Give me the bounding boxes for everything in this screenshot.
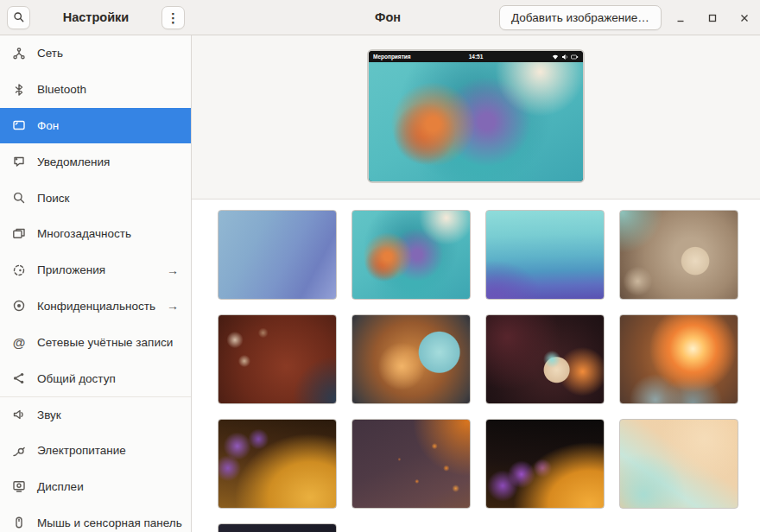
close-button[interactable] [734,8,755,28]
headerbar: Настройки ⋮ Фон Добавить изображение… [0,0,760,35]
search-icon [12,191,26,205]
submenu-arrow-icon: → [167,263,179,277]
sidebar-item-label: Bluetooth [37,83,86,96]
sidebar-item-power[interactable]: Электропитание [0,433,191,469]
sidebar-item-label: Уведомления [37,155,110,168]
wallpaper-thumbnail-teal-orange-swirl[interactable] [352,210,471,300]
wallpaper-thumbnail-purple-spheres-gold-disc[interactable] [218,419,337,509]
wallpaper-thumbnail-purple-spheres-gold-swirl[interactable] [485,419,605,509]
wifi-icon [552,54,559,60]
sidebar-item-label: Поиск [37,192,69,205]
battery-icon [571,54,579,60]
close-icon [738,12,750,24]
page-title: Фон [375,10,401,24]
sidebar-item-sharing[interactable]: Общий доступ [0,360,191,396]
sidebar-item-label: Фон [37,119,59,132]
menu-icon: ⋮ [167,11,180,24]
displays-icon [12,479,26,493]
wallpaper-preview-section: Мероприятия 14:51 [192,35,760,200]
menu-button[interactable]: ⋮ [162,6,185,29]
wallpaper-thumbnail-dark-tunnel-cream-sphere[interactable] [485,314,605,404]
sound-icon [12,408,26,421]
sidebar-item-apps[interactable]: Приложения → [0,252,191,288]
content-headerbar: Фон Добавить изображение… [192,0,760,35]
wallpaper-preview-monitor: Мероприятия 14:51 [367,49,585,183]
sidebar-item-mouse[interactable]: Мышь и сенсорная панель [0,504,191,532]
add-picture-button[interactable]: Добавить изображение… [499,5,662,30]
activities-label: Мероприятия [373,54,411,60]
wallpaper-thumbnail-dark-red-lava-pattern[interactable] [218,523,337,532]
sidebar-item-displays[interactable]: Дисплеи [0,469,191,505]
wallpaper-thumbnail-beige-sphere-tunnel[interactable] [619,210,738,300]
sidebar-item-privacy[interactable]: Конфиденциальность → [0,288,191,325]
preview-status-area [552,54,579,60]
wallpaper-grid [192,200,760,532]
sharing-icon [12,371,26,385]
clock-label: 14:51 [469,54,484,60]
sidebar-item-label: Дисплеи [37,480,84,493]
privacy-icon [12,299,26,313]
sidebar-item-notifications[interactable]: Уведомления [0,143,191,180]
sidebar-item-network[interactable]: Сеть [0,35,191,72]
minimize-icon [674,12,687,24]
sidebar-headerbar: Настройки ⋮ [0,0,192,35]
sidebar-item-label: Сеть [37,47,63,60]
sidebar-item-label: Мышь и сенсорная панель [37,516,182,529]
search-icon [13,11,25,23]
sidebar-item-search[interactable]: Поиск [0,180,191,216]
settings-window: Настройки ⋮ Фон Добавить изображение… [0,0,760,532]
power-icon [12,444,26,458]
sidebar-title: Настройки [35,10,156,24]
maximize-icon [706,12,719,24]
sidebar-item-label: Звук [37,408,61,421]
search-button[interactable] [7,6,30,29]
notifications-icon [12,155,26,168]
sidebar-item-bluetooth[interactable]: Bluetooth [0,72,191,108]
wallpaper-thumbnail-purple-orange-droplets[interactable] [352,419,471,509]
mouse-icon [12,516,26,529]
sidebar-item-label: Общий доступ [37,372,116,385]
background-icon [12,118,26,132]
window-controls [670,0,755,35]
sidebar-item-label: Электропитание [37,444,126,457]
wallpaper-thumbnail-red-sphere-cluster[interactable] [218,314,337,404]
submenu-arrow-icon: → [167,299,179,313]
sidebar-item-label: Конфиденциальность [37,300,155,313]
background-settings-panel: Мероприятия 14:51 [192,35,760,532]
wallpaper-thumbnail-teal-purple-waves[interactable] [485,210,605,300]
main-area: Сеть Bluetooth Фон Уве [0,35,760,532]
wallpaper-thumbnail-blue-waves[interactable] [218,210,337,300]
preview-topbar: Мероприятия 14:51 [369,51,583,62]
volume-icon [561,54,568,60]
sidebar-item-online-accounts[interactable]: @ Сетевые учётные записи [0,324,191,360]
sidebar-item-sound[interactable]: Звук [0,396,191,433]
network-icon [12,47,26,60]
maximize-button[interactable] [702,8,723,28]
wallpaper-thumbnail-teal-sphere-cube-tunnel[interactable] [352,314,471,404]
sidebar-item-background[interactable]: Фон [0,108,191,144]
sidebar-item-label: Приложения [37,263,105,276]
minimize-button[interactable] [670,8,691,28]
at-sign-icon: @ [12,335,26,350]
wallpaper-thumbnail-peach-aqua-abstract[interactable] [619,419,738,509]
sidebar-item-label: Многозадачность [37,227,131,240]
multitasking-icon [12,227,26,241]
bluetooth-icon [12,83,26,97]
sidebar: Сеть Bluetooth Фон Уве [0,35,192,532]
sidebar-item-label: Сетевые учётные записи [37,336,173,349]
sidebar-item-multitasking[interactable]: Многозадачность [0,216,191,252]
preview-wallpaper [369,62,583,181]
wallpaper-thumbnail-glowing-orange-tunnel[interactable] [619,314,738,404]
apps-icon [12,263,26,277]
